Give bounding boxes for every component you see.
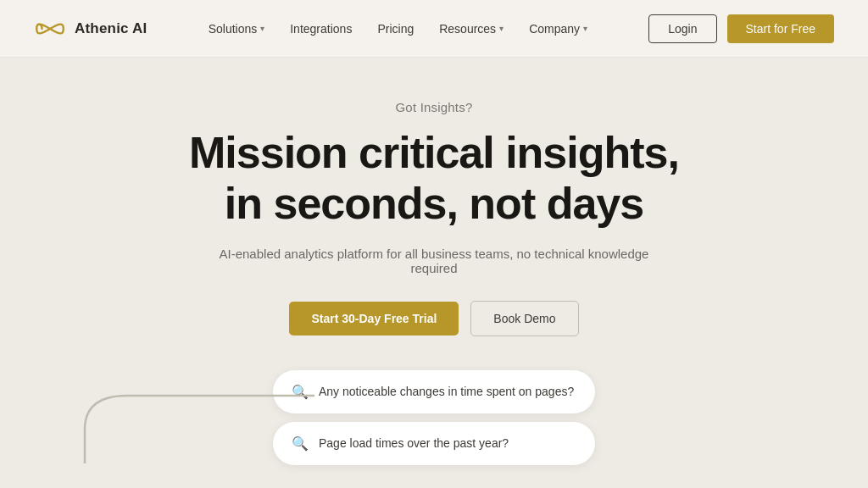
logo-area[interactable]: Athenic AI bbox=[34, 19, 147, 39]
nav-links: Solutions ▾ Integrations Pricing Resourc… bbox=[209, 22, 587, 36]
search-card-2[interactable]: 🔍 Page load times over the past year? bbox=[273, 422, 595, 465]
chevron-down-icon: ▾ bbox=[260, 24, 264, 33]
brand-name: Athenic AI bbox=[75, 20, 147, 37]
chevron-down-icon: ▾ bbox=[499, 24, 504, 33]
nav-actions: Login Start for Free bbox=[648, 14, 834, 43]
chevron-down-icon: ▾ bbox=[583, 24, 587, 33]
hero-subtext: AI-enabled analytics platform for all bu… bbox=[214, 247, 654, 275]
hero-eyebrow: Got Insights? bbox=[34, 100, 834, 114]
nav-company[interactable]: Company ▾ bbox=[529, 22, 587, 36]
search-icon: 🔍 bbox=[292, 435, 309, 452]
hero-headline: Mission critical insights, in seconds, n… bbox=[171, 128, 697, 230]
navbar: Athenic AI Solutions ▾ Integrations Pric… bbox=[0, 0, 868, 58]
nav-integrations[interactable]: Integrations bbox=[290, 22, 352, 36]
login-button[interactable]: Login bbox=[648, 14, 716, 43]
search-cards-area: 🔍 Any noticeable changes in time spent o… bbox=[34, 370, 834, 465]
nav-solutions[interactable]: Solutions ▾ bbox=[209, 22, 265, 36]
start-free-button[interactable]: Start for Free bbox=[727, 14, 834, 43]
trial-button[interactable]: Start 30-Day Free Trial bbox=[289, 302, 459, 336]
demo-button[interactable]: Book Demo bbox=[470, 301, 578, 336]
nav-pricing[interactable]: Pricing bbox=[377, 22, 414, 36]
hero-section: Got Insights? Mission critical insights,… bbox=[0, 58, 868, 488]
search-icon: 🔍 bbox=[292, 384, 309, 400]
hero-buttons: Start 30-Day Free Trial Book Demo bbox=[34, 301, 834, 336]
nav-resources[interactable]: Resources ▾ bbox=[439, 22, 504, 36]
search-query-1: Any noticeable changes in time spent on … bbox=[319, 385, 574, 398]
search-query-2: Page load times over the past year? bbox=[319, 436, 509, 450]
search-card-1[interactable]: 🔍 Any noticeable changes in time spent o… bbox=[273, 370, 595, 413]
logo-icon bbox=[34, 19, 66, 39]
